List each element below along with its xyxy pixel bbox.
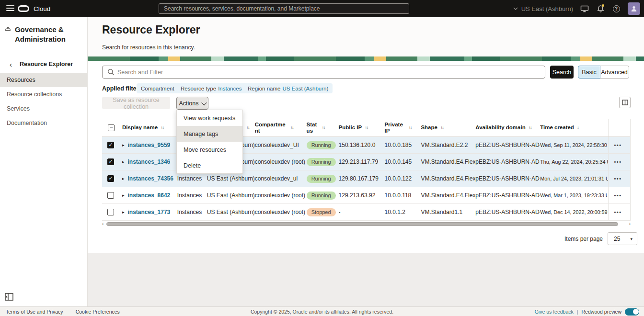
cell-public-ip: 150.136.120.0 xyxy=(339,137,385,153)
basic-toggle-button[interactable]: Basic xyxy=(578,66,600,79)
sort-icon[interactable]: ↑↓ xyxy=(529,125,531,131)
global-search-input[interactable] xyxy=(159,3,409,14)
row-checkbox[interactable] xyxy=(107,175,114,182)
sort-icon[interactable]: ↑↓ xyxy=(161,125,163,131)
row-actions-menu-icon[interactable]: ••• xyxy=(614,142,622,148)
expand-caret-icon[interactable]: ▸ xyxy=(122,193,125,198)
row-actions-menu-icon[interactable]: ••• xyxy=(614,192,622,198)
row-checkbox[interactable] xyxy=(107,142,114,148)
select-caret-icon: ▾ xyxy=(631,237,633,241)
select-all-checkbox[interactable] xyxy=(108,124,115,131)
cell-compartment: consoleuxdev_ui xyxy=(255,170,307,187)
header-public-ip[interactable]: Public IP↑↓ xyxy=(339,119,385,136)
save-as-resource-collection-button[interactable]: Save as resource collection xyxy=(102,97,170,109)
cell-compartment: consoleuxdev_UI xyxy=(255,137,307,153)
notifications-bell-icon[interactable] xyxy=(596,4,605,13)
sidebar-back-link[interactable]: ‹ Resource Explorer xyxy=(0,57,88,71)
table-row[interactable]: ▸instances_8642 Instances US East (Ashbu… xyxy=(102,187,630,204)
header-display-name[interactable]: Display name↑↓ xyxy=(122,119,177,136)
cell-availability-domain: pEBZ:US-ASHBURN-AD-1 xyxy=(475,204,540,220)
row-checkbox[interactable] xyxy=(107,209,114,215)
row-actions-menu-icon[interactable]: ••• xyxy=(614,209,622,215)
column-settings-button[interactable] xyxy=(619,97,631,108)
hamburger-menu-icon[interactable] xyxy=(6,5,14,11)
cell-private-ip: 10.0.0.145 xyxy=(384,154,421,170)
cell-region: US East (Ashburn) xyxy=(207,187,255,203)
table-row[interactable]: ▸instances_1773 Instances US East (Ashbu… xyxy=(102,204,630,221)
page-title: Resource Explorer xyxy=(102,23,200,36)
terms-link[interactable]: Terms of Use and Privacy xyxy=(6,309,63,315)
sidebar-item-resource-collections[interactable]: Resource collections xyxy=(0,87,88,102)
brand-logo[interactable]: Cloud xyxy=(18,3,50,14)
expand-caret-icon[interactable]: ▸ xyxy=(122,159,125,164)
row-checkbox[interactable] xyxy=(107,192,114,199)
actions-button[interactable]: Actions xyxy=(176,97,208,110)
help-icon[interactable]: ? xyxy=(612,4,621,13)
sort-icon[interactable]: ↑↓ xyxy=(322,125,325,131)
cell-time-created: Wed, Mar 1, 2023, 19:23:33 UT xyxy=(540,187,608,203)
header-status[interactable]: Status↑↓ xyxy=(307,119,339,136)
columns-icon xyxy=(622,100,628,105)
row-actions-menu-icon[interactable]: ••• xyxy=(614,176,622,181)
header-availability-domain[interactable]: Availability domain↑↓ xyxy=(475,119,540,136)
menu-item-delete[interactable]: Delete xyxy=(177,158,242,173)
cell-time-created: Wed, Sep 11, 2024, 22:58:30 U xyxy=(540,137,608,153)
scroll-right-icon[interactable]: › xyxy=(629,221,631,227)
sort-icon[interactable]: ↑↓ xyxy=(246,125,249,131)
sort-icon[interactable]: ↑↓ xyxy=(440,125,443,131)
filter-chip-region[interactable]: Region name US East (Ashburn) xyxy=(243,83,333,93)
expand-caret-icon[interactable]: ▸ xyxy=(122,176,125,181)
scrollbar-thumb[interactable] xyxy=(106,222,618,226)
resource-link[interactable]: instances_1346 xyxy=(128,158,171,165)
person-icon xyxy=(631,5,637,12)
sidebar-item-label: Resource collections xyxy=(7,91,62,98)
scroll-left-icon[interactable]: ‹ xyxy=(102,221,104,227)
redwood-preview-toggle[interactable] xyxy=(625,308,639,316)
main-content: Resource Explorer Search for resources i… xyxy=(88,17,644,306)
horizontal-scrollbar[interactable]: ‹ › xyxy=(102,221,631,227)
sidebar-item-services[interactable]: Services xyxy=(0,102,88,116)
menu-item-manage-tags[interactable]: Manage tags xyxy=(177,126,242,142)
decorative-banner xyxy=(88,56,644,61)
user-menu-avatar[interactable] xyxy=(628,2,640,15)
sort-desc-icon[interactable]: ↓ xyxy=(577,125,578,131)
cell-time-created: Wed, Dec 14, 2022, 20:00:59 U xyxy=(540,204,608,220)
filter-search-input[interactable] xyxy=(117,69,545,76)
sort-icon[interactable]: ↑↓ xyxy=(290,125,293,131)
resource-link[interactable]: instances_9559 xyxy=(128,142,171,148)
sort-icon[interactable]: ↑↓ xyxy=(365,125,368,131)
advanced-toggle-button[interactable]: Advanced xyxy=(600,66,629,79)
cell-shape: VM.Standard.E4.Flex xyxy=(421,170,475,187)
sidebar-collapse-icon[interactable] xyxy=(5,293,14,302)
row-checkbox[interactable] xyxy=(107,158,114,165)
chevron-down-icon xyxy=(513,7,518,10)
cloud-shell-icon[interactable] xyxy=(580,4,589,13)
items-per-page-label: Items per page xyxy=(564,236,603,242)
sort-icon[interactable]: ↑↓ xyxy=(408,125,411,131)
region-selector[interactable]: US East (Ashburn) xyxy=(513,5,573,12)
footer-separator: | xyxy=(577,309,578,315)
expand-caret-icon[interactable]: ▸ xyxy=(122,143,125,147)
header-private-ip[interactable]: Private IP↑↓ xyxy=(384,119,421,136)
search-button[interactable]: Search xyxy=(550,66,574,79)
sidebar-item-resources[interactable]: Resources xyxy=(0,73,88,87)
resource-link[interactable]: instances_74356 xyxy=(128,175,173,182)
sidebar-item-label: Documentation xyxy=(7,120,47,126)
items-per-page-select[interactable]: 25 ▾ xyxy=(608,232,637,245)
header-compartment[interactable]: Compartment↑↓ xyxy=(255,119,307,136)
footer: Copyright © 2025, Oracle and/or its affi… xyxy=(0,306,644,316)
expand-caret-icon[interactable]: ▸ xyxy=(122,210,125,214)
menu-item-view-work-requests[interactable]: View work requests xyxy=(177,110,242,126)
cookie-preferences-link[interactable]: Cookie Preferences xyxy=(76,309,120,315)
menu-item-move-resources[interactable]: Move resources xyxy=(177,142,242,158)
status-badge: Running xyxy=(307,175,336,183)
chip-value: Instances xyxy=(218,86,242,91)
row-actions-menu-icon[interactable]: ••• xyxy=(614,159,622,165)
feedback-link[interactable]: Give us feedback xyxy=(535,309,574,315)
sidebar-item-documentation[interactable]: Documentation xyxy=(0,116,88,130)
header-shape[interactable]: Shape↑↓ xyxy=(421,119,475,136)
header-time-created[interactable]: Time created↓ xyxy=(540,119,608,136)
resource-link[interactable]: instances_8642 xyxy=(128,192,171,199)
resource-link[interactable]: instances_1773 xyxy=(128,209,171,215)
redwood-preview-label: Redwood preview xyxy=(582,309,621,315)
